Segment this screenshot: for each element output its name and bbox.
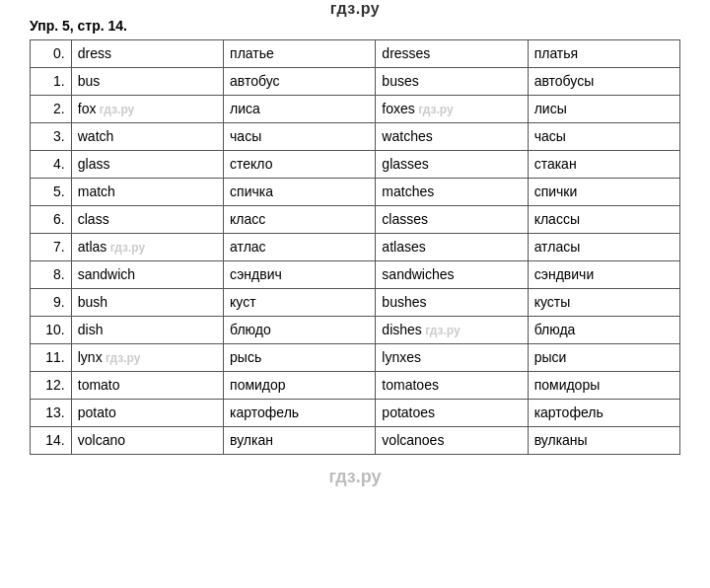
cell-pl_ru: вулканы xyxy=(528,427,679,455)
cell-num: 14. xyxy=(31,427,72,455)
table-row: 9.bushкустbushesкусты xyxy=(31,289,680,317)
cell-num: 6. xyxy=(31,206,72,234)
watermark-inline: гдз.ру xyxy=(422,324,461,337)
cell-pl_en: classes xyxy=(376,206,528,234)
cell-num: 1. xyxy=(31,68,72,96)
cell-pl_ru: картофель xyxy=(528,400,679,427)
cell-sg_ru: куст xyxy=(224,289,376,317)
table-row: 14.volcanoвулканvolcanoesвулканы xyxy=(31,427,680,455)
table-row: 7.atlas гдз.ру атласatlasesатласы xyxy=(31,234,680,261)
watermark-inline: гдз.ру xyxy=(415,103,454,116)
cell-num: 10. xyxy=(31,317,72,344)
cell-sg_ru: картофель xyxy=(224,400,376,427)
table-row: 5.matchспичкаmatchesспички xyxy=(31,179,680,206)
cell-sg_ru: рысь xyxy=(224,344,376,372)
cell-num: 4. xyxy=(31,151,72,179)
cell-pl_en: tomatoes xyxy=(376,372,528,400)
table-row: 3.watchчасыwatchesчасы xyxy=(31,123,680,151)
table-row: 8.sandwichсэндвичsandwichesсэндвичи xyxy=(31,261,680,289)
cell-sg_ru: сэндвич xyxy=(224,261,376,289)
cell-pl_en: watches xyxy=(376,123,528,151)
cell-pl_ru: лисы xyxy=(528,96,679,123)
cell-pl_en: foxes гдз.ру xyxy=(376,96,528,123)
cell-pl_en: lynxes xyxy=(376,344,528,372)
cell-sg_ru: помидор xyxy=(224,372,376,400)
table-row: 1.busавтобусbusesавтобусы xyxy=(31,68,680,96)
cell-sg_ru: вулкан xyxy=(224,427,376,455)
cell-num: 8. xyxy=(31,261,72,289)
cell-pl_en: dresses xyxy=(376,40,528,68)
cell-sg_ru: атлас xyxy=(224,234,376,261)
cell-sg_ru: часы xyxy=(224,123,376,151)
table-row: 13.potatoкартофельpotatoesкартофель xyxy=(31,400,680,427)
cell-num: 9. xyxy=(31,289,72,317)
cell-num: 5. xyxy=(31,179,72,206)
cell-pl_ru: атласы xyxy=(528,234,679,261)
cell-sg_en: volcano xyxy=(71,427,223,455)
cell-sg_en: class xyxy=(71,206,223,234)
cell-sg_en: fox гдз.ру xyxy=(71,96,223,123)
table-row: 0.dressплатьеdressesплатья xyxy=(31,40,680,68)
cell-sg_en: bush xyxy=(71,289,223,317)
cell-pl_en: bushes xyxy=(376,289,528,317)
footer-watermark: гдз.ру xyxy=(328,467,381,487)
table-row: 11.lynx гдз.ру рысьlynxesрыси xyxy=(31,344,680,372)
table-row: 12.tomatoпомидорtomatoesпомидоры xyxy=(31,372,680,400)
cell-sg_en: atlas гдз.ру xyxy=(71,234,223,261)
cell-sg_en: match xyxy=(71,179,223,206)
cell-sg_ru: класс xyxy=(224,206,376,234)
cell-num: 13. xyxy=(31,400,72,427)
cell-pl_en: sandwiches xyxy=(376,261,528,289)
cell-pl_ru: кусты xyxy=(528,289,679,317)
watermark-inline: гдз.ру xyxy=(96,103,134,116)
table-row: 6.classклассclassesклассы xyxy=(31,206,680,234)
cell-sg_en: sandwich xyxy=(71,261,223,289)
cell-sg_en: dress xyxy=(71,40,223,68)
table-row: 10.dishблюдоdishes гдз.ру блюда xyxy=(31,317,680,344)
cell-sg_ru: блюдо xyxy=(224,317,376,344)
cell-pl_ru: часы xyxy=(528,123,679,151)
cell-pl_ru: сэндвичи xyxy=(528,261,679,289)
cell-pl_en: dishes гдз.ру xyxy=(376,317,528,344)
table-row: 2.fox гдз.ру лисаfoxes гдз.ру лисы xyxy=(31,96,680,123)
cell-num: 12. xyxy=(31,372,72,400)
cell-pl_ru: спички xyxy=(528,179,679,206)
vocabulary-table: 0.dressплатьеdressesплатья1.busавтобусbu… xyxy=(30,39,680,455)
cell-sg_en: lynx гдз.ру xyxy=(71,344,223,372)
cell-num: 7. xyxy=(31,234,72,261)
cell-num: 11. xyxy=(31,344,72,372)
cell-pl_ru: классы xyxy=(528,206,679,234)
cell-sg_en: glass xyxy=(71,151,223,179)
site-header: гдз.ру xyxy=(330,0,380,18)
cell-num: 3. xyxy=(31,123,72,151)
watermark-inline: гдз.ру xyxy=(106,241,145,255)
cell-pl_en: atlases xyxy=(376,234,528,261)
cell-pl_ru: автобусы xyxy=(528,68,679,96)
cell-sg_en: potato xyxy=(71,400,223,427)
cell-sg_ru: лиса xyxy=(224,96,376,123)
watermark-inline: гдз.ру xyxy=(103,351,141,365)
cell-sg_en: bus xyxy=(71,68,223,96)
cell-pl_en: potatoes xyxy=(376,400,528,427)
cell-sg_ru: платье xyxy=(224,40,376,68)
table-row: 4.glassстеклоglassesстакан xyxy=(31,151,680,179)
cell-sg_ru: стекло xyxy=(224,151,376,179)
cell-sg_en: tomato xyxy=(71,372,223,400)
cell-sg_ru: автобус xyxy=(224,68,376,96)
exercise-title: Упр. 5, стр. 14. xyxy=(30,18,127,34)
cell-pl_ru: блюда xyxy=(528,317,679,344)
cell-num: 0. xyxy=(31,40,72,68)
cell-sg_en: watch xyxy=(71,123,223,151)
cell-pl_en: buses xyxy=(376,68,528,96)
header-site-title: гдз.ру xyxy=(330,0,380,17)
cell-pl_en: glasses xyxy=(376,151,528,179)
cell-num: 2. xyxy=(31,96,72,123)
cell-pl_ru: стакан xyxy=(528,151,679,179)
cell-pl_en: matches xyxy=(376,179,528,206)
cell-pl_ru: платья xyxy=(528,40,679,68)
cell-sg_ru: спичка xyxy=(224,179,376,206)
cell-pl_en: volcanoes xyxy=(376,427,528,455)
table-container: 0.dressплатьеdressesплатья1.busавтобусbu… xyxy=(30,39,680,455)
cell-sg_en: dish xyxy=(71,317,223,344)
cell-pl_ru: рыси xyxy=(528,344,679,372)
